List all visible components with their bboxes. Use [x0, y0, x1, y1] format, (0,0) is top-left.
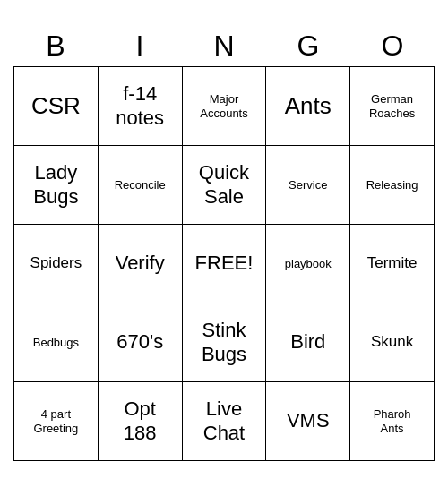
cell-text-7: Quick Sale: [199, 161, 249, 209]
bingo-cell-9: Releasing: [350, 146, 435, 225]
bingo-cell-21: Opt 188: [99, 382, 183, 461]
cell-text-6: Reconcile: [115, 178, 166, 192]
cell-text-24: Pharoh Ants: [374, 407, 411, 435]
bingo-cell-13: playbook: [266, 225, 350, 303]
cell-text-14: Termite: [367, 254, 418, 272]
bingo-cell-6: Reconcile: [99, 146, 183, 225]
cell-text-2: Major Accounts: [200, 92, 247, 120]
bingo-cell-20: 4 part Greeting: [14, 382, 99, 461]
cell-text-3: Ants: [285, 92, 332, 120]
cell-text-23: VMS: [287, 409, 330, 432]
cell-text-9: Releasing: [366, 178, 418, 192]
bingo-cell-23: VMS: [266, 382, 350, 461]
bingo-header: BINGO: [13, 26, 435, 66]
bingo-cell-8: Service: [266, 146, 350, 225]
cell-text-18: Bird: [290, 330, 325, 354]
bingo-card: BINGO CSRf-14 notesMajor AccountsAntsGer…: [13, 26, 435, 461]
header-letter-b: B: [13, 26, 98, 66]
cell-text-10: Spiders: [30, 254, 82, 272]
bingo-cell-1: f-14 notes: [99, 67, 183, 146]
bingo-cell-0: CSR: [14, 67, 99, 146]
bingo-cell-3: Ants: [266, 67, 350, 146]
bingo-cell-15: Bedbugs: [14, 303, 99, 382]
cell-text-17: Stink Bugs: [202, 319, 246, 366]
cell-text-8: Service: [289, 178, 327, 192]
header-letter-n: N: [182, 26, 266, 66]
cell-text-22: Live Chat: [203, 397, 245, 445]
cell-text-20: 4 part Greeting: [33, 407, 78, 435]
bingo-cell-16: 670's: [99, 303, 183, 382]
bingo-cell-4: German Roaches: [350, 67, 435, 146]
bingo-cell-24: Pharoh Ants: [350, 382, 435, 461]
header-letter-i: I: [98, 26, 182, 66]
bingo-grid: CSRf-14 notesMajor AccountsAntsGerman Ro…: [13, 66, 435, 461]
bingo-cell-10: Spiders: [14, 225, 99, 303]
cell-text-12: FREE!: [195, 252, 254, 275]
cell-text-13: playbook: [285, 257, 332, 271]
bingo-cell-12: FREE!: [183, 225, 267, 303]
bingo-cell-18: Bird: [266, 303, 350, 382]
cell-text-15: Bedbugs: [33, 336, 79, 350]
header-letter-g: G: [266, 26, 350, 66]
cell-text-16: 670's: [116, 330, 163, 354]
cell-text-4: German Roaches: [369, 92, 415, 120]
bingo-cell-14: Termite: [350, 225, 435, 303]
bingo-cell-19: Skunk: [350, 303, 435, 382]
bingo-cell-11: Verify: [99, 225, 183, 303]
cell-text-5: Lady Bugs: [33, 161, 78, 209]
cell-text-1: f-14 notes: [116, 82, 164, 130]
cell-text-19: Skunk: [371, 333, 413, 351]
cell-text-0: CSR: [31, 92, 81, 120]
bingo-cell-22: Live Chat: [183, 382, 267, 461]
bingo-cell-17: Stink Bugs: [183, 303, 267, 382]
bingo-cell-7: Quick Sale: [183, 146, 267, 225]
bingo-cell-5: Lady Bugs: [14, 146, 99, 225]
cell-text-21: Opt 188: [124, 397, 157, 445]
header-letter-o: O: [350, 26, 435, 66]
cell-text-11: Verify: [116, 252, 165, 275]
bingo-cell-2: Major Accounts: [183, 67, 267, 146]
